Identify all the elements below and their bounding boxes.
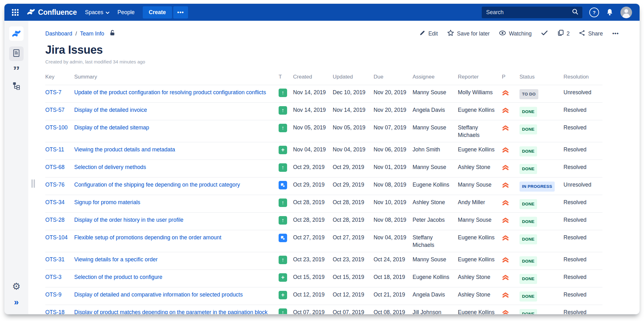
page-tree-icon[interactable] (12, 82, 21, 91)
created-cell: Oct 23, 2019 (293, 252, 333, 270)
issue-summary-link[interactable]: Display of the detailed invoice (74, 107, 147, 113)
inline-comments-button[interactable] (541, 30, 548, 37)
issue-summary-link[interactable]: Display of detailed and comparative info… (74, 291, 243, 298)
notifications-bell-icon[interactable] (606, 8, 613, 16)
issue-summary-link[interactable]: Viewing details for a specific order (74, 256, 158, 263)
issue-key-link[interactable]: OTS-57 (45, 107, 64, 113)
issue-summary-link[interactable]: Selection of delivery methods (74, 164, 146, 170)
column-header-status: Status (519, 72, 564, 85)
watching-button[interactable]: Watching (499, 30, 531, 37)
issue-key-link[interactable]: OTS-7 (45, 89, 62, 95)
resolution-cell: Resolved (564, 270, 602, 287)
reporter-cell: Manny Souse (458, 177, 502, 195)
edit-button[interactable]: Edit (419, 30, 438, 38)
issue-type-improvement-icon: ↑ (279, 89, 287, 97)
column-header-reporter: Reporter (458, 72, 502, 85)
issue-key-link[interactable]: OTS-76 (45, 182, 64, 188)
issue-summary-link[interactable]: Display of the detailed sitemap (74, 124, 149, 131)
issue-summary-link[interactable]: Display of the order history in the user… (74, 217, 183, 223)
issue-type-new-feature-icon: + (279, 146, 287, 154)
issue-key-link[interactable]: OTS-68 (45, 164, 64, 170)
user-avatar[interactable] (620, 7, 632, 18)
issue-summary-link[interactable]: Selection of the product to configure (74, 274, 162, 280)
quote-icon[interactable]: ” (13, 67, 20, 76)
status-badge: DONE (519, 164, 537, 174)
due-cell: Nov 06, 2019 (374, 142, 413, 160)
priority-high-icon (502, 257, 514, 263)
issue-key-link[interactable]: OTS-104 (45, 234, 68, 241)
priority-high-icon (502, 182, 514, 188)
issue-summary-link[interactable]: Configuration of the shipping fee depend… (74, 182, 240, 188)
updated-cell: Oct 27, 2019 (333, 230, 374, 252)
sidebar-resize-grip[interactable] (31, 179, 35, 188)
issue-summary-link[interactable]: Update of the product configuration for … (74, 89, 266, 95)
column-header-key: Key (45, 72, 74, 85)
breadcrumb-team-info-link[interactable]: Team Info (80, 30, 104, 37)
priority-high-icon (502, 90, 514, 96)
confluence-space-logo[interactable] (9, 26, 24, 41)
issue-summary-link[interactable]: Display of product matches depending on … (74, 309, 268, 314)
assignee-cell: Eugene Kollins (413, 177, 458, 195)
status-badge: DONE (519, 199, 537, 209)
breadcrumb-separator: / (75, 30, 77, 37)
nav-spaces[interactable]: Spaces (85, 9, 109, 16)
table-row: OTS-3Selection of the product to configu… (45, 270, 602, 287)
issue-key-link[interactable]: OTS-34 (45, 199, 64, 205)
created-cell: Nov 14, 2019 (293, 85, 333, 103)
issue-type-new-feature-icon: + (279, 291, 287, 299)
reporter-cell: Eugene Kollins (458, 103, 502, 120)
confluence-logo[interactable]: Confluence (27, 8, 77, 17)
issue-key-link[interactable]: OTS-3 (45, 274, 62, 280)
issue-key-link[interactable]: OTS-28 (45, 217, 64, 223)
reporter-cell: Ashley Stone (458, 160, 502, 177)
sidebar-item-pages[interactable] (9, 46, 24, 61)
share-button[interactable]: Share (579, 30, 603, 38)
status-badge: TO DO (519, 89, 538, 99)
page-title: Jira Issues (45, 43, 619, 57)
due-cell: Nov 08, 2019 (374, 213, 413, 230)
settings-gear-icon[interactable]: ⚙ (12, 282, 21, 291)
issue-summary-link[interactable]: Signup for promo materials (74, 199, 140, 205)
search-input[interactable] (486, 9, 572, 16)
nav-people[interactable]: People (118, 9, 135, 16)
issue-key-link[interactable]: OTS-9 (45, 291, 62, 298)
nav-more-button[interactable]: ••• (173, 6, 188, 19)
updated-cell: Nov 05, 2019 (333, 120, 374, 142)
priority-high-icon (502, 147, 514, 153)
expand-sidebar-icon[interactable]: » (14, 298, 19, 307)
star-icon (447, 30, 454, 38)
breadcrumb-dashboard-link[interactable]: Dashboard (45, 30, 72, 37)
issue-type-improvement-icon: ↑ (279, 199, 287, 207)
chevron-down-icon (106, 9, 109, 16)
breadcrumb: Dashboard / Team Info (45, 30, 116, 38)
table-row: OTS-9Display of detailed and comparative… (45, 287, 602, 305)
issue-key-link[interactable]: OTS-31 (45, 256, 64, 263)
issue-summary-link[interactable]: Flexible setup of promotions depending o… (74, 234, 221, 241)
save-for-later-button[interactable]: Save for later (447, 30, 490, 38)
reporter-cell: Steffany Michaels (458, 120, 502, 142)
resolution-cell: Resolved (564, 142, 602, 160)
issue-key-link[interactable]: OTS-100 (45, 124, 68, 131)
help-icon[interactable]: ? (589, 8, 599, 17)
reporter-cell: Andy Miller (458, 195, 502, 213)
resolution-cell: Resolved (564, 103, 602, 120)
priority-high-icon (502, 292, 514, 298)
more-actions-button[interactable]: ••• (612, 30, 619, 37)
unlocked-icon[interactable] (109, 30, 116, 38)
pencil-icon (419, 30, 425, 38)
top-navbar: Confluence Spaces People Create ••• ? (4, 4, 640, 21)
priority-high-icon (502, 274, 514, 280)
resolution-cell: Resolved (564, 305, 602, 314)
copy-pages-button[interactable]: 2 (557, 30, 570, 38)
updated-cell: Oct 28, 2019 (333, 213, 374, 230)
search-box[interactable] (482, 7, 582, 18)
issue-key-link[interactable]: OTS-11 (45, 146, 64, 153)
copy-count: 2 (567, 30, 570, 37)
app-switcher-icon[interactable] (12, 9, 19, 16)
column-header-assignee: Assignee (413, 72, 458, 85)
create-button[interactable]: Create (143, 6, 172, 19)
issue-key-link[interactable]: OTS-18 (45, 309, 64, 314)
issue-summary-link[interactable]: Viewing the product details and metadata (74, 146, 175, 153)
search-icon[interactable] (572, 8, 579, 16)
column-header-due: Due (374, 72, 413, 85)
